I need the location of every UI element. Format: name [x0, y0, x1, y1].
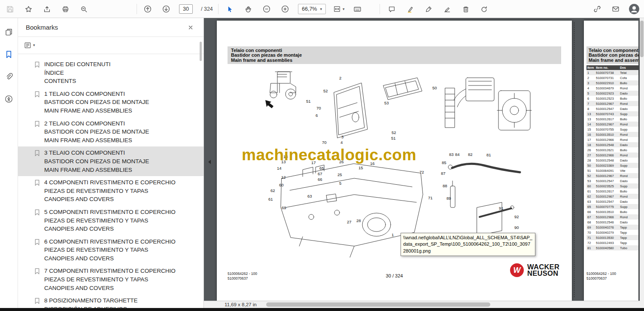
parts-table: ItemItem no.Des 15100070738Telai25100070… — [586, 65, 638, 250]
vertical-scrollbar[interactable] — [640, 18, 644, 308]
sign-button[interactable] — [423, 3, 434, 15]
trash-icon — [462, 6, 469, 13]
vertical-scrollbar-thumb[interactable] — [640, 21, 644, 57]
collapse-panel-handle[interactable] — [207, 159, 213, 166]
bookmark-item[interactable]: 6 COMPONENTI RIVESTIMENTO E COPERCHIOPIE… — [18, 235, 204, 265]
account-avatar-icon — [629, 3, 640, 15]
bookmark-item[interactable]: 7 COMPONENTI RIVESTIMENTO E COPERCHIOPIE… — [18, 265, 204, 294]
page-header: Telaio con componenti Bastidor con pieza… — [586, 46, 638, 64]
bookmarks-scrollbar-thumb[interactable] — [200, 42, 202, 61]
part-callout: 87 — [441, 171, 446, 176]
part-callout: 83 — [449, 152, 454, 157]
hand-tool-button[interactable] — [243, 3, 254, 15]
bookmark-icon — [34, 119, 40, 145]
zoom-in-button[interactable] — [279, 3, 291, 15]
parts-table-row: 85100012547Dado — [586, 106, 638, 111]
part-callout: 25 — [337, 172, 342, 177]
part-callout: 71 — [428, 195, 433, 200]
previous-page-button[interactable] — [142, 3, 153, 15]
mail-button[interactable] — [610, 3, 621, 15]
hand-icon — [245, 6, 252, 13]
bookmark-item[interactable]: INDICE DEI CONTENUTIÍNDICECONTENTS — [18, 58, 204, 88]
watermark-text: machinecatalogic.com — [242, 146, 416, 164]
zoom-level-value: 66,7% — [302, 6, 317, 12]
parts-table-row: 665100013510Bullo — [586, 209, 638, 214]
parts-table-row: 155100070755Supp — [586, 127, 638, 132]
fill-sign-button[interactable] — [441, 3, 453, 15]
bookmark-list: INDICE DEI CONTENUTIÍNDICECONTENTS1 TELA… — [18, 55, 204, 308]
part-callout: 6 — [316, 113, 318, 118]
save-button[interactable] — [4, 3, 15, 15]
close-icon — [188, 24, 194, 30]
bookmark-item[interactable]: 5 COMPONENTI RIVESTIMENTO E COPERCHIOPIE… — [18, 206, 204, 235]
save-icon — [6, 6, 14, 13]
zoom-out-button[interactable] — [261, 3, 272, 15]
horizontal-scrollbar[interactable] — [264, 302, 639, 307]
link-button[interactable] — [592, 3, 603, 15]
rotate-button[interactable] — [478, 3, 489, 15]
zoom-level-select[interactable]: 66,7% ▾ — [298, 4, 326, 14]
bookmark-icon — [34, 60, 40, 85]
page-number-input[interactable] — [179, 4, 193, 14]
toolbar-separator — [218, 4, 219, 14]
delete-button[interactable] — [460, 3, 471, 15]
comment-button[interactable] — [386, 3, 397, 15]
annotate-tools-group — [386, 0, 489, 18]
parts-table-row: 725100012493Tapp — [586, 240, 638, 245]
bookmark-label: 4 COMPONENTI RIVESTIMENTO E COPERCHIOPIE… — [44, 178, 176, 204]
parts-table-row: 25100070731Cofa — [586, 75, 638, 80]
next-page-icon — [162, 5, 170, 13]
bookmark-label: 6 COMPONENTI RIVESTIMENTO E COPERCHIOPIE… — [44, 238, 176, 263]
keyboard-icon — [353, 5, 361, 13]
bookmark-label: 5 COMPONENTI RIVESTIMENTO E COPERCHIOPIE… — [44, 208, 176, 233]
bookmark-item[interactable]: 2 TELAIO CON COMPONENTIBASTIDOR CON PIEZ… — [18, 117, 204, 147]
part-callout: 66 — [318, 177, 322, 182]
parts-table-header-cell: Item — [586, 65, 595, 70]
part-callout: 52 — [323, 88, 328, 93]
zoom-out-icon — [263, 5, 270, 13]
part-callout: 67 — [318, 171, 322, 176]
bookmarks-panel-button[interactable] — [3, 48, 15, 60]
page-header: Telaio con componenti Bastidor con pieza… — [228, 46, 561, 64]
parts-table-row: 705100040279Tapp — [586, 230, 638, 235]
marquee-zoom-button[interactable] — [78, 3, 89, 15]
bookmark-label: 3 TELAIO CON COMPONENTIBASTIDOR CON PIEZ… — [44, 149, 149, 174]
part-callout: 52 — [392, 130, 396, 135]
keyboard-button[interactable] — [352, 3, 363, 15]
parts-table-row: 75100012967Rond — [586, 101, 638, 106]
page-total-label: / 324 — [201, 6, 213, 12]
part-callout: 28 — [356, 218, 361, 223]
bookmarks-panel-header: Bookmarks — [18, 18, 204, 37]
select-tool-button[interactable] — [224, 3, 235, 15]
chevron-down-icon: ▾ — [343, 7, 345, 11]
star-button[interactable] — [23, 3, 34, 15]
view-tools-group: 66,7% ▾ ▾ — [224, 0, 363, 18]
star-icon — [25, 6, 32, 13]
horizontal-scrollbar-thumb[interactable] — [266, 302, 490, 307]
bookmarks-options-button[interactable]: ▾ — [24, 42, 35, 49]
part-callout: 3 — [341, 134, 343, 139]
print-icon — [62, 6, 69, 13]
share-button[interactable] — [41, 3, 52, 15]
account-button[interactable] — [629, 3, 640, 15]
attachments-button[interactable] — [3, 70, 15, 82]
bookmark-item[interactable]: 4 COMPONENTI RIVESTIMENTO E COPERCHIOPIE… — [18, 176, 204, 206]
parts-table-row: 635100012547Dado — [586, 199, 638, 204]
comment-icon — [388, 6, 395, 13]
bookmark-icon — [34, 178, 40, 204]
parts-table-row: 285100012548Dado — [586, 158, 638, 163]
print-button[interactable] — [60, 3, 71, 15]
parts-table-row: 675100012966Rond — [586, 214, 638, 220]
highlight-button[interactable] — [404, 3, 416, 15]
next-page-button[interactable] — [161, 3, 172, 15]
file-tools-group — [4, 0, 89, 18]
bookmark-item[interactable]: 8 POSIZIONAMENTO TARGHETTEDISPOSICIÓN DE… — [18, 294, 204, 308]
accessibility-button[interactable] — [3, 93, 15, 105]
page-thumbnails-button[interactable] — [3, 26, 15, 38]
part-callout: 61 — [268, 197, 273, 201]
pointer-icon — [226, 6, 234, 13]
close-panel-button[interactable] — [185, 22, 196, 33]
bookmark-item[interactable]: 3 TELAIO CON COMPONENTIBASTIDOR CON PIEZ… — [18, 146, 204, 176]
fit-width-select[interactable]: ▾ — [333, 5, 345, 13]
bookmark-item[interactable]: 1 TELAIO CON COMPONENTIBASTIDOR CON PIEZ… — [18, 88, 204, 117]
